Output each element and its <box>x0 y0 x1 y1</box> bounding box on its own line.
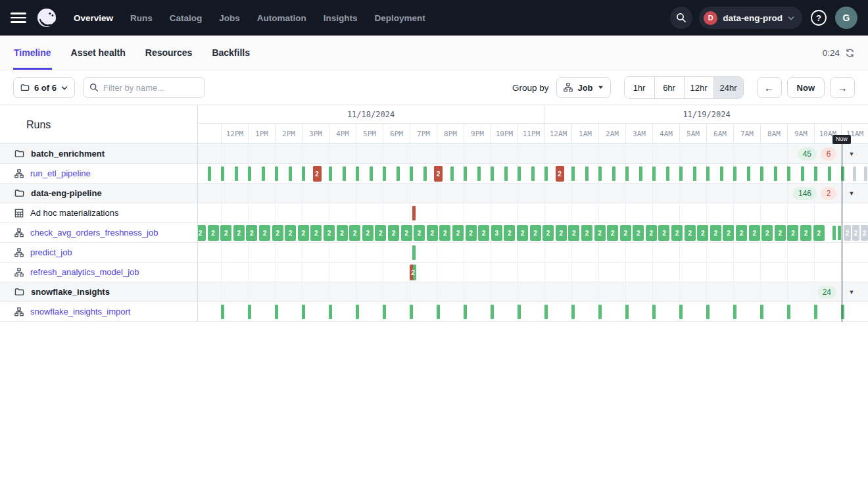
run-marker-success[interactable] <box>221 305 224 319</box>
run-marker-success[interactable]: 2 <box>388 225 399 241</box>
row-label[interactable]: refresh_analytics_model_job <box>30 267 139 277</box>
run-marker-success[interactable] <box>450 166 454 181</box>
run-marker-success[interactable] <box>585 166 589 181</box>
run-marker-success[interactable]: 2 <box>800 225 811 241</box>
run-marker-failure[interactable]: 2 <box>313 166 322 182</box>
run-marker-success[interactable] <box>504 166 508 181</box>
run-marker-scheduled[interactable] <box>853 166 856 181</box>
run-marker-success[interactable]: 2 <box>337 225 348 241</box>
run-marker-success[interactable] <box>275 305 278 319</box>
run-marker-success[interactable]: 2 <box>517 225 528 241</box>
run-marker-success[interactable]: 2 <box>439 225 450 241</box>
nav-item-deployment[interactable]: Deployment <box>375 13 425 23</box>
run-marker-success[interactable] <box>693 166 696 181</box>
run-marker-success[interactable] <box>302 166 305 181</box>
nav-item-runs[interactable]: Runs <box>130 13 153 23</box>
group-by-dropdown[interactable]: Job <box>556 77 610 98</box>
tab-timeline[interactable]: Timeline <box>13 36 52 70</box>
run-marker-success[interactable]: 2 <box>310 225 322 241</box>
job-row-ad-hoc-materializations[interactable]: Ad hoc materializations <box>0 203 868 223</box>
run-marker-success[interactable]: 2 <box>298 225 309 241</box>
range-button-12hr[interactable]: 12hr <box>684 77 713 98</box>
run-marker-success[interactable] <box>410 166 413 181</box>
run-marker-success[interactable]: 2 <box>685 225 696 241</box>
job-row-snowflake-insights-import[interactable]: snowflake_insights_import <box>0 302 868 322</box>
run-marker-success[interactable]: 2 <box>349 225 360 241</box>
run-marker-success[interactable] <box>248 166 251 181</box>
run-marker-success[interactable]: 2 <box>362 225 374 241</box>
run-marker-success[interactable]: 2 <box>813 225 825 241</box>
repo-scope-dropdown[interactable]: 6 of 6 <box>13 77 75 98</box>
run-marker-scheduled[interactable]: 2 <box>852 225 859 241</box>
run-marker-scheduled[interactable] <box>864 166 867 181</box>
run-marker-success[interactable]: 2 <box>658 225 669 241</box>
run-marker-success[interactable]: 2 <box>427 225 438 241</box>
run-marker-success[interactable] <box>774 166 777 181</box>
row-label[interactable]: run_etl_pipeline <box>30 168 91 178</box>
run-marker-success[interactable] <box>544 166 548 181</box>
run-marker-success[interactable] <box>787 166 790 181</box>
range-button-24hr[interactable]: 24hr <box>713 77 743 98</box>
run-marker-success[interactable] <box>652 166 656 181</box>
run-marker-success[interactable]: 2 <box>259 225 270 241</box>
hamburger-menu-icon[interactable] <box>11 13 26 23</box>
run-marker-success[interactable]: 2 <box>710 225 721 241</box>
range-button-6hr[interactable]: 6hr <box>654 77 684 98</box>
run-marker-success[interactable] <box>464 305 467 319</box>
run-marker-success[interactable] <box>679 305 683 319</box>
run-marker-success[interactable] <box>625 166 629 181</box>
run-marker-success[interactable] <box>208 166 211 181</box>
run-marker-success[interactable]: 3 <box>491 225 502 241</box>
run-marker-success[interactable]: 2 <box>594 225 606 241</box>
run-marker-success[interactable] <box>598 305 602 319</box>
run-marker-success[interactable]: 2 <box>504 225 515 241</box>
run-marker-success[interactable] <box>275 166 278 181</box>
run-marker-success[interactable] <box>760 166 763 181</box>
run-marker-success[interactable]: 2 <box>530 225 541 241</box>
run-marker-success[interactable]: 2 <box>197 225 206 241</box>
run-marker-success[interactable] <box>464 166 467 181</box>
run-marker-success[interactable]: 2 <box>233 225 245 241</box>
run-marker-success[interactable] <box>437 305 440 319</box>
run-marker-scheduled[interactable]: 2 <box>861 225 868 241</box>
run-marker-success[interactable]: 2 <box>208 225 219 241</box>
run-marker-failure[interactable]: 2 <box>434 166 443 182</box>
run-marker-success[interactable] <box>531 166 535 181</box>
run-marker-success[interactable]: 2 <box>646 225 657 241</box>
run-marker-success[interactable]: 2 <box>568 225 579 241</box>
run-marker-failure[interactable] <box>412 206 416 220</box>
nav-item-insights[interactable]: Insights <box>324 13 358 23</box>
run-marker-success[interactable] <box>814 166 817 181</box>
nav-item-automation[interactable]: Automation <box>257 13 306 23</box>
run-marker-success[interactable]: 2 <box>723 225 734 241</box>
run-marker-success[interactable] <box>814 305 817 319</box>
run-marker-success[interactable] <box>302 305 305 319</box>
run-marker-success[interactable] <box>706 166 710 181</box>
run-marker-success[interactable] <box>720 166 723 181</box>
run-marker-success[interactable]: 2 <box>775 225 786 241</box>
run-marker-success[interactable] <box>289 166 292 181</box>
run-marker-success[interactable]: 2 <box>285 225 296 241</box>
run-marker-success[interactable]: 2 <box>671 225 683 241</box>
run-marker-success[interactable] <box>518 166 521 181</box>
run-marker-success[interactable] <box>329 166 332 181</box>
nav-item-overview[interactable]: Overview <box>74 13 113 23</box>
run-marker-success[interactable] <box>343 166 346 181</box>
run-marker-success[interactable] <box>679 166 683 181</box>
run-marker-success[interactable] <box>477 166 481 181</box>
run-marker-success[interactable] <box>733 166 736 181</box>
run-marker-success[interactable] <box>491 166 494 181</box>
run-marker-success[interactable]: 2 <box>542 225 554 241</box>
run-marker-success[interactable] <box>832 226 836 240</box>
nav-item-jobs[interactable]: Jobs <box>219 13 240 23</box>
timeline-next-button[interactable]: → <box>830 77 855 98</box>
run-marker-success[interactable] <box>544 305 548 319</box>
run-marker-success[interactable] <box>221 166 224 181</box>
job-row-check-avg-orders-freshness-job[interactable]: check_avg_orders_freshness_job2222222222… <box>0 223 868 243</box>
run-marker-success[interactable] <box>760 305 763 319</box>
run-marker-success[interactable] <box>598 166 602 181</box>
run-marker-success[interactable] <box>571 166 575 181</box>
run-marker-success[interactable]: 2 <box>414 225 425 241</box>
run-marker-success[interactable] <box>397 166 400 181</box>
run-marker-success[interactable] <box>383 166 386 181</box>
